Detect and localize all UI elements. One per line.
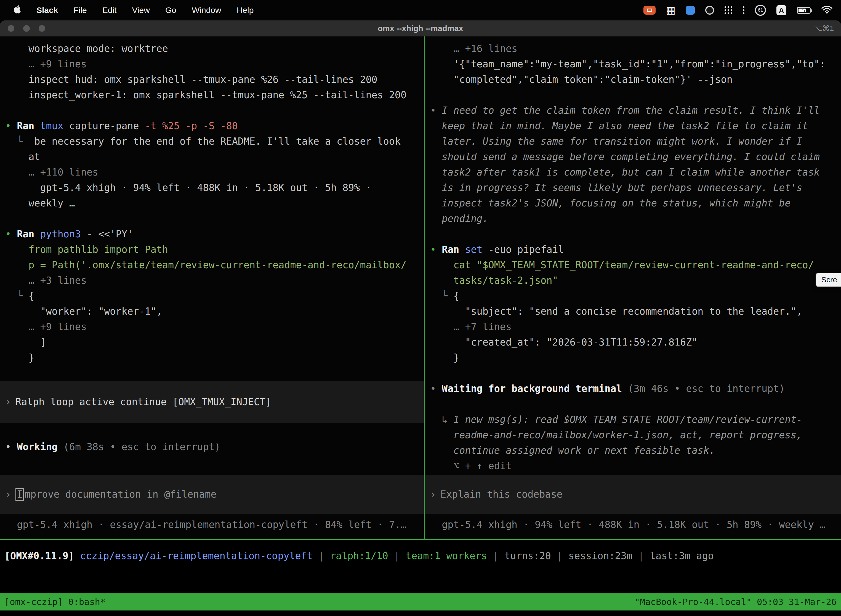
terminal-text-segment: "worker": "worker-1", (5, 306, 162, 317)
window-title-bar[interactable]: omx --xhigh --madmax ⌥⌘1 (0, 21, 841, 37)
terminal-line: [OMX#0.11.9] cczip/essay/ai-reimplementa… (0, 548, 841, 563)
terminal-text-segment: gpt-5.4 xhigh · 94% left · 488K in · 5.1… (5, 182, 372, 193)
terminal-text-segment: (6m 38s • esc to interrupt) (58, 441, 220, 452)
terminal-text-segment: [OMX#0.11.9] (4, 550, 74, 561)
terminal-line: } (0, 350, 424, 365)
menu-bar-left: Slack File Edit View Go Window Help (0, 5, 253, 16)
terminal-line: "subject": "send a concise recommendatio… (425, 304, 841, 319)
terminal-line: … +7 lines (425, 319, 841, 334)
terminal-text-segment: • (5, 120, 17, 131)
terminal-text-segment: └ (430, 290, 453, 301)
terminal-text-segment: … +7 lines (430, 321, 511, 332)
charging-bolt-icon: ϟ (798, 7, 810, 13)
omx-hud-pane: [OMX#0.11.9] cczip/essay/ai-reimplementa… (0, 540, 841, 593)
input-source-icon[interactable]: A (777, 5, 786, 15)
terminal-line: "completed","claim_token":"claim-token"}… (425, 72, 841, 87)
prompt-placeholder-text: mprove documentation in @filename (25, 489, 216, 500)
menu-file[interactable]: File (73, 6, 86, 15)
apple-menu-icon[interactable] (14, 5, 21, 16)
model-hud-left: gpt-5.4 xhigh · essay/ai-reimplementatio… (0, 517, 424, 532)
terminal-text-segment: ] (5, 337, 46, 348)
terminal-text-segment: should send a message before completing … (430, 151, 820, 162)
terminal-text-segment: { (453, 290, 459, 301)
bottom-strip (0, 610, 841, 616)
active-app-name[interactable]: Slack (37, 6, 58, 15)
prompt-input-left[interactable]: › I mprove documentation in @filename (0, 475, 424, 514)
terminal-text-segment: • (430, 244, 442, 255)
ring-icon[interactable] (705, 6, 714, 15)
terminal-line: tasks/task-2.json" (425, 273, 841, 288)
terminal-line: … +9 lines (0, 56, 424, 72)
menu-go[interactable]: Go (165, 6, 176, 15)
menu-help[interactable]: Help (237, 6, 254, 15)
terminal-text-segment: • (430, 383, 442, 394)
tmux-pane-left[interactable]: workspace_mode: worktree … +9 lines insp… (0, 37, 424, 539)
blue-app-icon[interactable] (686, 6, 695, 15)
terminal-text-segment: • (5, 229, 17, 239)
terminal-text-segment: … +110 lines (5, 167, 98, 178)
terminal-text-segment: readme-and-reco/mailbox/worker-1.json, a… (430, 430, 802, 440)
minimize-button[interactable] (23, 25, 30, 32)
screen-recording-indicator[interactable] (643, 6, 656, 15)
terminal-text-segment: Ran (17, 229, 40, 239)
terminal-line: p = Path('.omx/state/team/review-current… (0, 257, 424, 273)
prompt-input-right[interactable]: › Explain this codebase (425, 475, 841, 514)
terminal-text-segment: | (551, 550, 568, 561)
terminal-line: is in progress? It seems likely but perh… (425, 180, 841, 195)
terminal-text-segment: … +9 lines (5, 321, 86, 332)
tmux-session-window: [omx-cczip] 0:bash* (4, 597, 105, 607)
tmux-host-clock: "MacBook-Pro-44.local" 05:03 31-Mar-26 (634, 597, 837, 607)
terminal-line: should send a message before completing … (425, 149, 841, 164)
injected-prompt-text: Ralph loop active continue [OMX_TMUX_INJ… (15, 396, 271, 407)
terminal-text-segment: later. Using the same for transition mig… (430, 136, 802, 147)
injected-prompt-ralph[interactable]: › Ralph loop active continue [OMX_TMUX_I… (0, 381, 424, 423)
terminal-text-segment: turns:20 (504, 550, 551, 561)
terminal-line (425, 226, 841, 242)
terminal-line: '{"team_name":"my-team","task_id":"1","f… (425, 56, 841, 72)
terminal-text-segment: last:3m ago (650, 550, 714, 561)
menu-edit[interactable]: Edit (103, 6, 117, 15)
screen-overlay-button[interactable]: Scre (816, 273, 841, 287)
terminal-text-segment: (3m 46s • esc to interrupt) (622, 383, 785, 394)
terminal-line: "worker": "worker-1", (0, 304, 424, 319)
terminal-window: omx --xhigh --madmax ⌥⌘1 workspace_mode:… (0, 21, 841, 616)
dots-grid-icon[interactable] (725, 6, 726, 8)
battery-icon[interactable]: ϟ (797, 7, 811, 14)
keyboard-grid-icon[interactable]: ▦ (666, 5, 675, 15)
menu-bar-status-icons: ▦ 61 A ϟ (643, 5, 841, 16)
terminal-line: readme-and-reco/mailbox/worker-1.json, a… (425, 427, 841, 443)
menu-view[interactable]: View (132, 6, 149, 15)
terminal-line: ↳ 1 new msg(s): read $OMX_TEAM_STATE_ROO… (425, 412, 841, 427)
terminal-text-segment: at (5, 151, 40, 162)
wifi-icon[interactable] (821, 5, 833, 16)
model-hud-right: gpt-5.4 xhigh · 94% left · 488K in · 5.1… (425, 517, 841, 532)
menu-window[interactable]: Window (192, 6, 221, 15)
terminal-text-segment: } (5, 352, 34, 363)
terminal-line: … +16 lines (425, 41, 841, 56)
terminal-line: • Working (6m 38s • esc to interrupt) (0, 439, 424, 455)
terminal-text-segment: tmux (40, 120, 63, 131)
terminal-line: • Ran set -euo pipefail (425, 242, 841, 257)
terminal-text-segment: … +9 lines (5, 59, 86, 70)
window-title: omx --xhigh --madmax (378, 24, 463, 33)
terminal-text-segment: "subject": "send a concise recommendatio… (430, 306, 802, 317)
zoom-button[interactable] (39, 25, 45, 32)
terminal-text-segment: -euo pipefail (483, 244, 564, 255)
terminal-text-segment: workspace_mode: worktree (5, 43, 168, 54)
terminal-text-segment: session:23m (568, 550, 632, 561)
terminal-line (0, 365, 424, 381)
terminal-line: continue assigned work or next feasible … (425, 443, 841, 458)
terminal-text-segment: from pathlib import Path (5, 244, 168, 255)
terminal-text-segment: | (632, 550, 650, 561)
close-button[interactable] (8, 25, 14, 32)
terminal-text-segment: '{"team_name":"my-team","task_id":"1","f… (430, 59, 826, 70)
text-cursor: I (15, 488, 24, 501)
terminal-text-segment: "created_at": "2026-03-31T11:59:27.816Z" (430, 337, 697, 348)
terminal-line: … +110 lines (0, 164, 424, 180)
tmux-pane-right[interactable]: … +16 lines '{"team_name":"my-team","tas… (425, 37, 841, 539)
terminal-line: cat "$OMX_TEAM_STATE_ROOT/team/review-cu… (425, 257, 841, 273)
vertical-dots-icon[interactable] (743, 6, 744, 8)
terminal-text-segment: be necessary for the end of the README. … (34, 136, 401, 147)
prompt-chevron-icon: › (5, 489, 11, 500)
battery-gauge-icon[interactable]: 61 (755, 5, 766, 16)
